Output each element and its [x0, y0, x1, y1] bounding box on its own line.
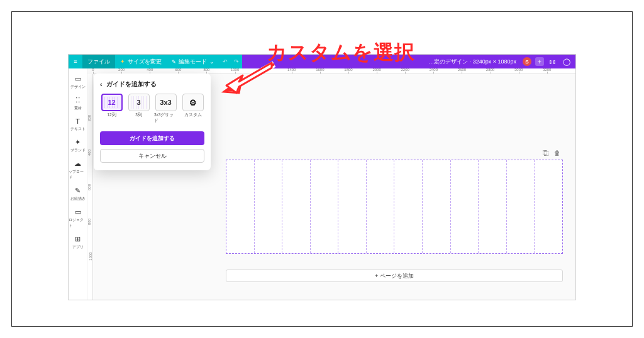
guide-column: [282, 160, 311, 253]
guide-column: [423, 160, 451, 253]
sidenav-label: ブランド: [70, 148, 86, 153]
file-label: ファイル: [87, 58, 110, 66]
add-page-button[interactable]: + ページを追加: [226, 270, 563, 282]
delete-page-icon[interactable]: 🗑: [554, 150, 560, 156]
guide-column: [394, 160, 423, 253]
sidenav-label: アプリ: [72, 244, 84, 250]
sidenav-item-0[interactable]: ▭デザイン: [70, 74, 86, 91]
guide-column: [338, 160, 367, 253]
sidenav-icon: ⁚⁚: [75, 96, 80, 104]
ruler-tick: 800: [87, 219, 91, 225]
guide-column: [535, 160, 562, 253]
guide-column: [255, 160, 283, 253]
guide-column: [226, 160, 255, 253]
grid-option-label: 3x3グリッド: [154, 112, 177, 124]
sidenav-icon: ▭: [75, 75, 81, 83]
ruler-tick: 0: [93, 68, 121, 74]
grid-option-box: 3x3: [155, 94, 177, 111]
sidenav-icon: ☁: [74, 160, 81, 168]
sidenav-item-3[interactable]: ✦ブランド: [70, 137, 86, 155]
popover-title: ガイドを追加する: [106, 80, 157, 89]
canvas-zone: 0200400600800100012001400160018002000220…: [87, 68, 575, 300]
avatar-letter: S: [525, 59, 528, 65]
sidenav-icon: ▭: [75, 208, 81, 216]
add-guides-button[interactable]: ガイドを追加する: [100, 131, 204, 145]
sidenav-label: テキスト: [70, 126, 86, 132]
sidenav-item-4[interactable]: ☁ップロード: [69, 158, 87, 182]
share-plus-button[interactable]: +: [535, 57, 544, 66]
crown-icon: ✦: [120, 58, 125, 65]
vertical-ruler: 2004006008001000: [87, 74, 93, 300]
back-button[interactable]: ‹: [100, 80, 103, 88]
undo-button[interactable]: ↶: [219, 55, 231, 68]
artboard-wrap: ⿻ 🗑: [226, 160, 563, 254]
edit-mode-button[interactable]: ✎ 編集モード ⌄: [167, 55, 219, 68]
resize-label: サイズを変更: [128, 58, 162, 66]
sidenav-item-1[interactable]: ⁚⁚素材: [74, 95, 82, 112]
grid-option-label: 3列: [135, 112, 142, 118]
analytics-icon[interactable]: ⫾⫾: [548, 58, 558, 65]
topbar: ≡ ファイル ✦ サイズを変更 ✎ 編集モード ⌄ ↶ ↷ …定のデザイン · …: [69, 55, 575, 68]
redo-button[interactable]: ↷: [231, 55, 242, 68]
ruler-tick: 3200: [547, 68, 575, 74]
grid-option-3[interactable]: ⚙カスタム: [181, 94, 204, 124]
sidenav-icon: ⊞: [75, 235, 80, 243]
artboard-toolbar: ⿻ 🗑: [543, 150, 560, 156]
ruler-tick: 200: [87, 115, 91, 121]
guide-column: [507, 160, 535, 253]
sidenav-item-7[interactable]: ⊞アプリ: [72, 234, 84, 251]
sidenav-item-2[interactable]: Tテキスト: [70, 116, 86, 133]
ruler-tick: 1000: [89, 252, 92, 260]
guide-column: [451, 160, 479, 253]
popover-header: ‹ ガイドを追加する: [100, 80, 204, 89]
body-area: ▭デザイン⁚⁚素材Tテキスト✦ブランド☁ップロード✎お絵描き▭ロジェクト⊞アプリ…: [69, 68, 575, 300]
grid-option-0[interactable]: 1212列: [100, 94, 123, 124]
guide-column: [311, 160, 339, 253]
duplicate-page-icon[interactable]: ⿻: [543, 150, 549, 156]
grid-option-box: 3: [128, 94, 150, 111]
grid-option-label: カスタム: [184, 112, 202, 118]
resize-button[interactable]: ✦ サイズを変更: [115, 55, 167, 68]
app-window: ≡ ファイル ✦ サイズを変更 ✎ 編集モード ⌄ ↶ ↷ …定のデザイン · …: [68, 54, 576, 300]
cancel-button[interactable]: キャンセル: [100, 149, 204, 163]
primary-label: ガイドを追加する: [130, 135, 175, 141]
edit-mode-label: 編集モード: [179, 58, 207, 66]
comment-icon[interactable]: ◯: [562, 58, 572, 66]
grid-options: 1212列33列3x33x3グリッド⚙カスタム: [100, 94, 204, 124]
sidenav-label: ロジェクト: [69, 217, 87, 229]
sidenav-item-5[interactable]: ✎お絵描き: [70, 185, 86, 203]
avatar[interactable]: S: [523, 57, 531, 66]
grid-option-label: 12列: [107, 112, 116, 118]
chevron-down-icon: ⌄: [209, 58, 214, 65]
sidenav-label: 素材: [74, 106, 82, 111]
sidenav-item-6[interactable]: ▭ロジェクト: [69, 207, 87, 230]
sidenav-icon: ✦: [75, 138, 80, 146]
sidenav-icon: ✎: [75, 187, 80, 195]
file-button[interactable]: ファイル: [82, 55, 115, 68]
artboard[interactable]: [226, 160, 563, 254]
grid-option-2[interactable]: 3x33x3グリッド: [154, 94, 177, 124]
guide-column: [479, 160, 507, 253]
sidenav-label: デザイン: [70, 84, 86, 90]
pencil-icon: ✎: [172, 59, 176, 65]
topbar-right: …定のデザイン · 3240px × 1080px S + ⫾⫾ ◯: [242, 55, 575, 68]
guide-column: [367, 160, 395, 253]
ruler-tick: 600: [87, 184, 91, 190]
ruler-tick: 200: [121, 68, 150, 74]
menu-button[interactable]: ≡: [69, 55, 82, 68]
grid-option-box: 12: [101, 94, 123, 111]
add-guides-popover: ‹ ガイドを追加する 1212列33列3x33x3グリッド⚙カスタム ガイドを追…: [94, 74, 211, 170]
sidenav-label: お絵描き: [70, 196, 86, 202]
add-page-label: + ページを追加: [375, 272, 414, 280]
ruler-tick: 400: [87, 150, 91, 156]
sidenav-icon: T: [75, 117, 80, 125]
design-title: …定のデザイン · 3240px × 1080px: [428, 58, 519, 66]
sidenav: ▭デザイン⁚⁚素材Tテキスト✦ブランド☁ップロード✎お絵描き▭ロジェクト⊞アプリ: [69, 68, 87, 300]
ruler-tick: 600: [178, 68, 206, 74]
secondary-label: キャンセル: [138, 153, 167, 159]
grid-option-box: ⚙: [182, 94, 204, 111]
topbar-left: ≡ ファイル ✦ サイズを変更 ✎ 編集モード ⌄ ↶ ↷: [69, 55, 242, 68]
sidenav-label: ップロード: [69, 169, 87, 180]
grid-option-1[interactable]: 33列: [127, 94, 150, 124]
ruler-tick: 400: [150, 68, 178, 74]
